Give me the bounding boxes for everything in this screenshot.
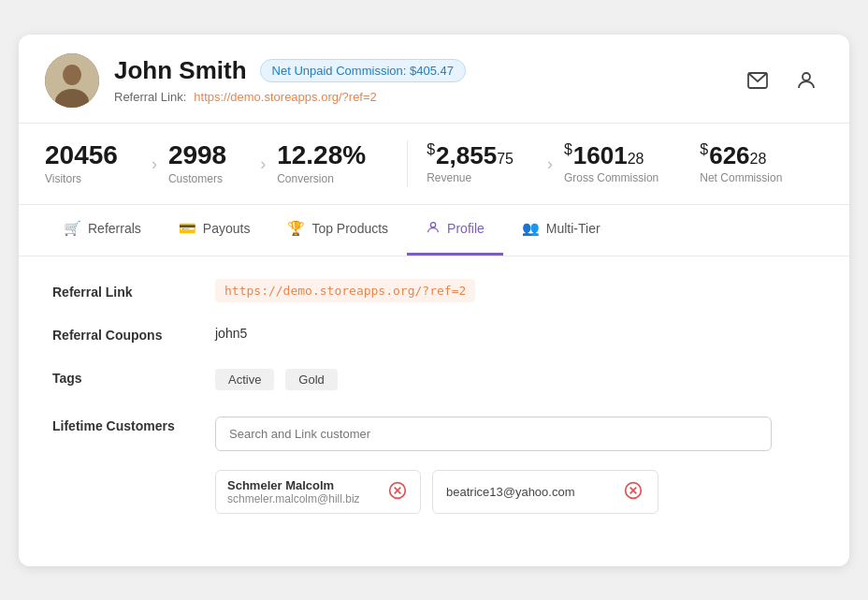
multi-tier-icon: 👥 bbox=[522, 220, 540, 237]
arrow-icon: › bbox=[249, 155, 277, 172]
referral-coupons-label: Referral Coupons bbox=[52, 326, 193, 343]
profile-content: Referral Link https://demo.storeapps.org… bbox=[19, 256, 849, 566]
tags-value: Active Gold bbox=[215, 369, 816, 390]
svg-point-5 bbox=[430, 222, 435, 227]
customer-info: Schmeler Malcolm schmeler.malcolm@hill.b… bbox=[227, 478, 360, 505]
field-referral-link: Referral Link https://demo.storeapps.org… bbox=[52, 283, 816, 300]
field-lifetime-customers: Lifetime Customers Schmeler Malcolm schm… bbox=[52, 417, 816, 514]
tab-multi-tier[interactable]: 👥 Multi-Tier bbox=[503, 205, 619, 256]
customer-chip: Schmeler Malcolm schmeler.malcolm@hill.b… bbox=[215, 470, 421, 514]
referral-link-value: https://demo.storeapps.org/?ref=2 bbox=[215, 283, 816, 298]
customer-chip: beatrice13@yahoo.com bbox=[432, 470, 658, 514]
header-referral-link: Referral Link: https://demo.storeapps.or… bbox=[114, 90, 466, 104]
stat-revenue: $2,85575 Revenue › bbox=[427, 142, 564, 184]
header-section: John Smith Net Unpaid Commission: $405.4… bbox=[19, 35, 849, 124]
tab-top-products[interactable]: 🏆 Top Products bbox=[268, 205, 407, 256]
customers-label: Customers bbox=[168, 172, 226, 185]
payouts-icon: 💳 bbox=[179, 220, 196, 237]
tag-active: Active bbox=[215, 369, 274, 390]
email-icon-button[interactable] bbox=[741, 64, 774, 97]
referrals-icon: 🛒 bbox=[64, 220, 81, 237]
user-name: John Smith Net Unpaid Commission: $405.4… bbox=[114, 56, 466, 85]
remove-customer-button[interactable] bbox=[622, 481, 644, 503]
avatar bbox=[45, 53, 99, 108]
stat-net-commission: $62628 Net Commission bbox=[681, 142, 804, 184]
conversion-value: 12.28% bbox=[277, 142, 366, 168]
svg-point-1 bbox=[63, 65, 81, 85]
header-icons bbox=[741, 64, 823, 97]
tags-label: Tags bbox=[52, 369, 193, 386]
referral-link-label: Referral Link bbox=[52, 283, 193, 300]
tabs-bar: 🛒 Referrals 💳 Payouts 🏆 Top Products Pro… bbox=[19, 205, 849, 256]
arrow-icon: › bbox=[140, 155, 168, 172]
customers-list: Schmeler Malcolm schmeler.malcolm@hill.b… bbox=[215, 470, 658, 514]
visitors-label: Visitors bbox=[45, 172, 118, 185]
customers-value: 2998 bbox=[168, 142, 226, 168]
net-commission-label: Net Commission bbox=[700, 171, 782, 184]
tab-payouts[interactable]: 💳 Payouts bbox=[160, 205, 269, 256]
referral-link-text: https://demo.storeapps.org/?ref=2 bbox=[215, 279, 475, 302]
main-card: John Smith Net Unpaid Commission: $405.4… bbox=[19, 35, 849, 566]
user-icon-button[interactable] bbox=[789, 64, 823, 97]
field-tags: Tags Active Gold bbox=[52, 369, 816, 390]
customer-email: schmeler.malcolm@hill.biz bbox=[227, 492, 360, 505]
referral-coupons-value: john5 bbox=[215, 326, 816, 341]
stat-conversion: 12.28% Conversion bbox=[277, 142, 388, 185]
tab-referrals[interactable]: 🛒 Referrals bbox=[45, 205, 160, 256]
profile-icon bbox=[426, 220, 441, 238]
top-products-icon: 🏆 bbox=[287, 220, 305, 237]
stats-section: 20456 Visitors › 2998 Customers › 12.28%… bbox=[19, 124, 849, 205]
commission-badge: Net Unpaid Commission: $405.47 bbox=[260, 59, 466, 82]
net-commission-value: $62628 bbox=[700, 142, 782, 168]
gross-commission-label: Gross Commission bbox=[564, 171, 658, 184]
tab-profile[interactable]: Profile bbox=[407, 205, 503, 256]
header-left: John Smith Net Unpaid Commission: $405.4… bbox=[45, 53, 466, 108]
remove-customer-button[interactable] bbox=[386, 481, 409, 503]
stat-customers: 2998 Customers › bbox=[168, 142, 277, 185]
search-customer-input[interactable] bbox=[215, 417, 772, 451]
customer-name: Schmeler Malcolm bbox=[227, 478, 360, 492]
revenue-value: $2,85575 bbox=[427, 142, 514, 168]
revenue-label: Revenue bbox=[427, 171, 514, 184]
customer-email: beatrice13@yahoo.com bbox=[446, 485, 575, 499]
stats-divider bbox=[407, 140, 408, 187]
stat-visitors: 20456 Visitors › bbox=[45, 142, 168, 185]
stat-gross-commission: $160128 Gross Commission bbox=[564, 142, 681, 184]
svg-point-4 bbox=[803, 73, 810, 80]
lifetime-customers-label: Lifetime Customers bbox=[52, 417, 193, 451]
gross-commission-value: $160128 bbox=[564, 142, 658, 168]
field-referral-coupons: Referral Coupons john5 bbox=[52, 326, 816, 343]
tag-gold: Gold bbox=[285, 369, 337, 390]
header-info: John Smith Net Unpaid Commission: $405.4… bbox=[114, 56, 466, 104]
arrow-icon: › bbox=[536, 155, 564, 172]
conversion-label: Conversion bbox=[277, 172, 366, 185]
visitors-value: 20456 bbox=[45, 142, 118, 168]
